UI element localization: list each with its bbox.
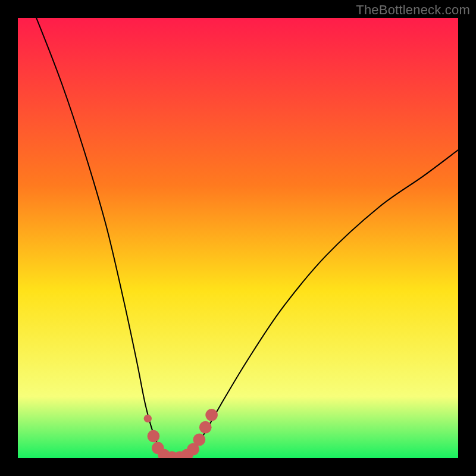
plot-area <box>18 18 458 458</box>
bottleneck-chart <box>18 18 458 458</box>
marker-u-left-1 <box>148 430 160 443</box>
gradient-background <box>18 18 458 458</box>
chart-frame: TheBottleneck.com <box>0 0 476 476</box>
marker-u-right-4 <box>205 409 218 421</box>
marker-u-right-2 <box>193 434 206 446</box>
marker-left-dot <box>144 415 152 422</box>
watermark-text: TheBottleneck.com <box>356 2 470 18</box>
marker-u-right-3 <box>199 421 212 434</box>
